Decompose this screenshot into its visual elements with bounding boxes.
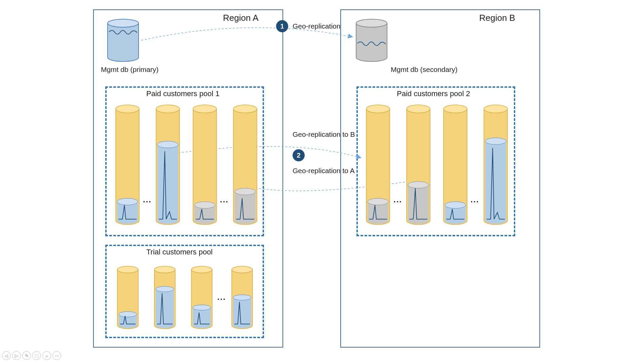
svg-point-73 (485, 138, 506, 145)
svg-point-102 (232, 266, 253, 273)
prev-slide-button[interactable]: ◁ (2, 351, 11, 360)
pool1-tube-2 (155, 104, 181, 225)
badge-2: 2 (293, 149, 305, 161)
svg-point-49 (368, 198, 388, 205)
svg-point-9 (356, 19, 387, 27)
mgmt-db-secondary-label: Mgmt db (secondary) (391, 66, 457, 74)
svg-point-17 (117, 198, 138, 205)
trial-tube-3 (190, 266, 214, 329)
svg-rect-6 (356, 23, 387, 57)
badge-1: 1 (276, 20, 288, 32)
pool1-tube-3 (192, 104, 218, 225)
svg-point-65 (445, 202, 466, 208)
pool2-tube-2 (405, 104, 431, 225)
pool2-dots-1: ... (393, 195, 402, 204)
svg-point-81 (119, 312, 137, 317)
mgmt-db-secondary-icon (355, 18, 388, 62)
zoom-button[interactable]: ⌕ (42, 351, 51, 360)
region-a-title: Region A (223, 13, 259, 23)
pen-button[interactable]: ✎ (22, 351, 31, 360)
trial-pool-label: Trial customers pool (146, 248, 213, 256)
geo-replication-to-b-label: Geo-replication to B (293, 130, 355, 138)
svg-rect-24 (157, 145, 178, 220)
trial-tube-4 (230, 266, 254, 329)
trial-tube-2 (153, 266, 177, 329)
geo-replication-to-a-label: Geo-replication to A (293, 167, 354, 175)
next-slide-button[interactable]: ▷ (12, 351, 21, 360)
svg-point-41 (235, 188, 256, 195)
svg-point-38 (233, 105, 257, 113)
svg-point-54 (407, 105, 430, 113)
svg-point-46 (366, 105, 390, 113)
pool1-tube-1 (114, 104, 141, 225)
mgmt-db-primary-label: Mgmt db (primary) (101, 66, 159, 74)
paid-pool-1-label: Paid customers pool 1 (146, 89, 220, 98)
svg-rect-104 (233, 297, 251, 325)
pool2-dots-2: ... (470, 195, 479, 204)
svg-point-97 (193, 305, 211, 310)
pool2-tube-4 (483, 104, 509, 225)
svg-point-14 (116, 105, 139, 113)
more-button[interactable]: ⋯ (52, 351, 61, 360)
svg-point-70 (484, 105, 507, 113)
svg-point-33 (194, 202, 215, 208)
svg-point-105 (233, 295, 251, 300)
svg-point-78 (117, 266, 138, 273)
geo-replication-label: Geo-replication (293, 22, 340, 30)
eraser-button[interactable]: ⬚ (32, 351, 41, 360)
pool1-dots-1: ... (143, 195, 152, 204)
svg-point-4 (108, 19, 139, 27)
trial-tube-1 (116, 266, 140, 329)
mgmt-db-primary-icon (106, 18, 140, 62)
paid-pool-2-label: Paid customers pool 2 (397, 89, 470, 98)
svg-point-22 (156, 105, 180, 113)
svg-point-57 (408, 182, 429, 188)
svg-point-89 (156, 286, 174, 292)
svg-point-94 (191, 266, 212, 273)
diagram-canvas: Region A Region B Mgmt db (primary) Mgmt… (0, 0, 644, 362)
svg-rect-40 (235, 192, 256, 220)
svg-point-25 (157, 141, 178, 148)
pool2-tube-1 (365, 104, 391, 225)
svg-rect-72 (485, 141, 506, 220)
svg-rect-56 (408, 185, 429, 220)
svg-point-86 (154, 266, 175, 273)
svg-rect-88 (156, 289, 174, 325)
pool1-tube-4 (232, 104, 258, 225)
pool1-dots-2: ... (220, 195, 229, 204)
svg-rect-1 (108, 23, 139, 57)
region-b-title: Region B (479, 13, 515, 23)
trial-dots: ... (217, 292, 226, 302)
svg-point-30 (193, 105, 217, 113)
svg-point-62 (444, 105, 467, 113)
pool2-tube-3 (442, 104, 468, 225)
viewer-toolbar: ◁ ▷ ✎ ⬚ ⌕ ⋯ (2, 351, 61, 360)
